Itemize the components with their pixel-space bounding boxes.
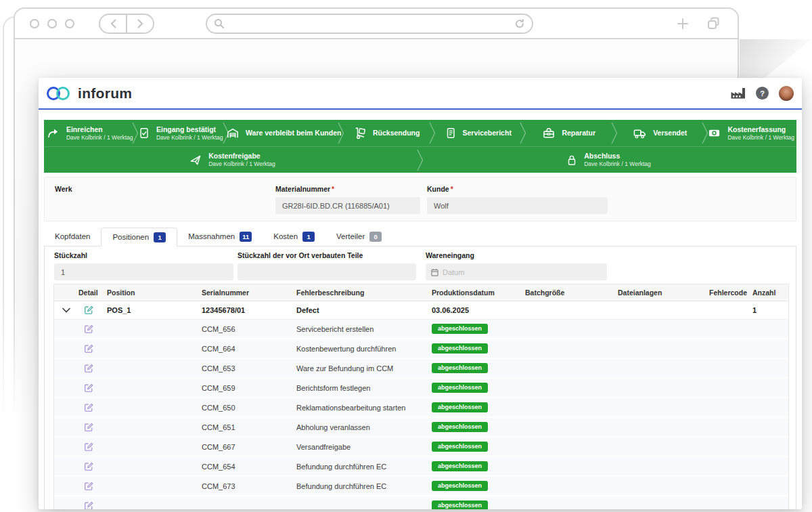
- stage-separator: [338, 122, 344, 144]
- banknote-icon: [707, 127, 721, 140]
- reload-icon[interactable]: [514, 18, 525, 29]
- edit-icon: [84, 305, 93, 315]
- wareneingang-date-field[interactable]: Datum: [426, 263, 607, 280]
- tab-count-badge: 1: [302, 232, 315, 242]
- close-window-button[interactable]: [30, 19, 39, 28]
- stage-separator: [132, 122, 139, 144]
- infinity-logo-icon: [47, 86, 71, 101]
- edit-measure-button[interactable]: [74, 501, 103, 510]
- workflow-stage-kostenfreigabe[interactable]: KostenfreigabeDave Kolbrink / 1 Werktag: [44, 147, 420, 173]
- tab-label: Positionen: [112, 233, 149, 241]
- edit-icon: [84, 482, 93, 491]
- factory-icon[interactable]: [730, 87, 746, 99]
- edit-position-button[interactable]: [74, 305, 103, 315]
- workflow-stage-eingang-bestaetigt[interactable]: Eingang bestätigtDave Kolbrink / 1 Werkt…: [135, 120, 227, 146]
- window-controls: [30, 19, 74, 28]
- workflow-stage-kostenerfassung[interactable]: KostenerfassungDave Kolbrink / 1 Werktag: [705, 120, 796, 146]
- description-cell: Servicebericht erstellen: [292, 325, 428, 333]
- col-position: Position: [103, 289, 198, 297]
- description-cell: Defect: [292, 306, 428, 314]
- tab-overview-icon[interactable]: [706, 17, 720, 30]
- edit-icon: [84, 344, 93, 354]
- truck-icon: [633, 127, 647, 140]
- report-icon: [445, 127, 457, 140]
- maximize-window-button[interactable]: [65, 19, 74, 28]
- edit-measure-button[interactable]: [74, 383, 103, 393]
- status-badge: abgeschlossen: [432, 461, 488, 472]
- workflow-stage-ware-verbleibt[interactable]: Ware verbleibt beim Kunden: [226, 120, 341, 146]
- measure-row: CCM_656 Servicebericht erstellen abgesch…: [54, 320, 788, 339]
- wareneingang-label: Wareneingang: [426, 251, 607, 259]
- collapse-row-button[interactable]: [54, 307, 74, 313]
- edit-icon: [84, 403, 93, 412]
- stueckzahl-field[interactable]: [54, 263, 233, 280]
- tab-massnahmen[interactable]: Massnahmen11: [177, 227, 263, 246]
- description-cell: Abholung veranlassen: [292, 423, 428, 431]
- tab-kopfdaten[interactable]: Kopfdaten: [44, 227, 101, 246]
- app-logo[interactable]: inforum: [47, 85, 132, 102]
- edit-measure-button[interactable]: [74, 462, 103, 471]
- help-icon[interactable]: ?: [756, 87, 769, 100]
- user-avatar[interactable]: [779, 86, 794, 101]
- workflow-stage-einreichen[interactable]: EinreichenDave Kolbrink / 1 Werktag: [44, 120, 135, 146]
- search-icon: [214, 18, 225, 29]
- materialnummer-field[interactable]: [275, 197, 420, 214]
- tab-label: Massnahmen: [188, 232, 235, 240]
- new-tab-icon[interactable]: [677, 18, 689, 30]
- tab-verteiler[interactable]: Verteiler0: [325, 227, 392, 246]
- edit-measure-button[interactable]: [74, 403, 103, 412]
- serial-cell: CCM_664: [198, 345, 292, 353]
- back-button[interactable]: [100, 15, 126, 33]
- minimize-window-button[interactable]: [47, 19, 57, 28]
- calendar-icon: [431, 268, 438, 276]
- workflow-stage-ruecksendung[interactable]: Rücksendung: [341, 120, 432, 146]
- materialnummer-label: Materialnummer*: [275, 185, 420, 193]
- edit-measure-button[interactable]: [74, 324, 103, 334]
- stage-title: Ware verbleibt beim Kunden: [246, 129, 341, 137]
- edit-measure-button[interactable]: [74, 423, 103, 432]
- stage-separator: [611, 122, 618, 144]
- stage-title: Reparatur: [562, 129, 595, 137]
- tab-label: Kopfdaten: [55, 232, 90, 240]
- forward-button[interactable]: [126, 15, 153, 33]
- handtruck-icon: [354, 127, 367, 140]
- tab-label: Kosten: [273, 232, 298, 240]
- serial-cell: CCM_654: [198, 463, 292, 471]
- tab-positionen[interactable]: Positionen1: [101, 228, 177, 247]
- workflow-stage-versendet[interactable]: Versendet: [614, 120, 706, 146]
- serial-cell: CCM_656: [198, 325, 292, 333]
- workflow-stage-reparatur[interactable]: Reparatur: [523, 120, 614, 146]
- address-bar[interactable]: [206, 14, 533, 34]
- status-cell: abgeschlossen: [428, 481, 521, 492]
- measure-row: CCM_653 Ware zur Befundung im CCM abgesc…: [54, 359, 788, 379]
- tab-kosten[interactable]: Kosten1: [263, 227, 325, 246]
- verbaut-field[interactable]: [238, 263, 416, 280]
- status-badge: abgeschlossen: [432, 500, 488, 509]
- stage-separator: [520, 122, 526, 144]
- app-header: inforum ?: [39, 78, 802, 110]
- edit-measure-button[interactable]: [74, 344, 103, 354]
- edit-measure-button[interactable]: [74, 482, 103, 491]
- werk-label: Werk: [55, 185, 72, 193]
- workflow-stage-abschluss[interactable]: AbschlussDave Kolbrink / 1 Werktag: [420, 147, 796, 173]
- status-badge: abgeschlossen: [432, 402, 488, 413]
- measure-row: abgeschlossen: [54, 496, 788, 509]
- stage-subtitle: Dave Kolbrink / 1 Werktag: [156, 134, 223, 142]
- workflow-stage-servicebericht[interactable]: Servicebericht: [432, 120, 524, 146]
- position-fields: Stückzahl Stückzahl der vor Ort verbaute…: [53, 251, 789, 282]
- chevron-down-icon: [62, 307, 70, 313]
- table-header-row: Detail Position Serialnummer Fehlerbesch…: [54, 284, 788, 301]
- description-cell: Befundung durchführen EC: [292, 482, 428, 490]
- serial-cell: CCM_653: [198, 364, 292, 372]
- edit-measure-button[interactable]: [74, 442, 103, 452]
- stage-title: Versendet: [653, 129, 687, 137]
- kunde-field[interactable]: [427, 197, 608, 214]
- stage-title: Abschluss: [584, 152, 651, 161]
- paperplane-icon: [189, 154, 202, 167]
- status-badge: abgeschlossen: [432, 324, 488, 335]
- status-badge: abgeschlossen: [432, 422, 488, 433]
- edit-measure-button[interactable]: [74, 364, 103, 373]
- serial-cell: 12345678/01: [198, 306, 292, 314]
- edit-icon: [84, 324, 93, 334]
- status-cell: abgeschlossen: [428, 343, 521, 354]
